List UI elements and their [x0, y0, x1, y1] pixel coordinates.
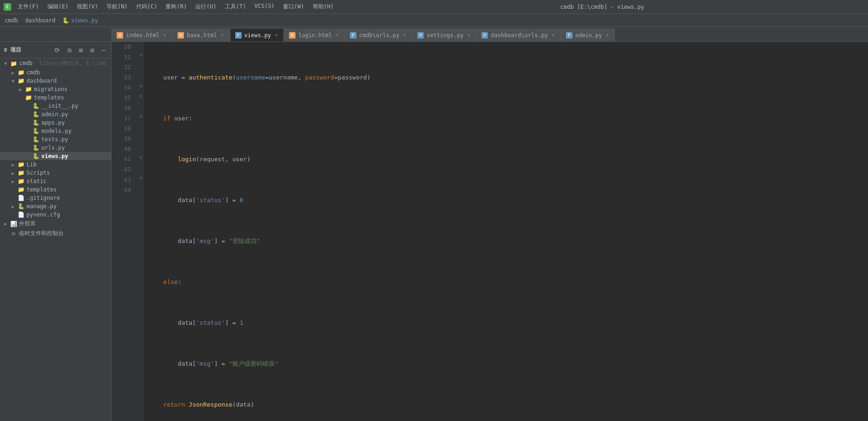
tab-close-cmdb-urls[interactable]: × — [402, 32, 408, 39]
tree-root-cmdb[interactable]: ▼ 📁 cmdb library根目录, E:\cmd — [0, 59, 111, 68]
menu-view[interactable]: 视图(V) — [73, 2, 102, 12]
code-area[interactable]: user = authenticate(username=username, p… — [144, 42, 868, 421]
tree-file-models[interactable]: 🐍 models.py — [0, 127, 111, 135]
fold-marker-35[interactable]: ⊖ — [139, 93, 143, 99]
menu-run[interactable]: 运行(U) — [191, 2, 220, 12]
tree-file-init[interactable]: 🐍 __init__.py — [0, 102, 111, 110]
fold-marker-37[interactable]: ⊖ — [139, 113, 143, 119]
breadcrumb-dashboard[interactable]: dashboard — [25, 17, 55, 24]
menu-navigate[interactable]: 导航(N) — [103, 2, 132, 12]
menu-help[interactable]: 帮助(H) — [309, 2, 338, 12]
code-line-31: if user: — [149, 113, 863, 124]
python-file-icon: 🐍 — [32, 128, 40, 134]
menu-refactor[interactable]: 重构(R) — [162, 2, 191, 12]
tree-file-urls-dash[interactable]: 🐍 urls.py — [0, 144, 111, 152]
folder-icon: 📁 — [17, 170, 25, 176]
tree-folder-templates-root[interactable]: 📁 templates — [0, 185, 111, 194]
folder-icon: 📁 — [17, 186, 25, 193]
code-container: 30 31 32 33 34 35 36 37 38 39 40 41 42 4… — [112, 42, 868, 421]
python-file-icon: 🐍 — [32, 153, 40, 159]
file-tree: ▼ 📁 cmdb library根目录, E:\cmd ▶ 📁 cmdb ▼ 📁… — [0, 59, 111, 238]
folder-icon: 📁 — [17, 161, 25, 168]
tab-close-index[interactable]: × — [162, 32, 167, 39]
breadcrumb-file[interactable]: views.py — [71, 17, 98, 24]
main-layout: ≡ 项目 ⟳ ⊟ ⊞ ⚙ − ▼ 📁 cmdb library根目录, E:\c… — [0, 42, 868, 421]
tab-admin-py[interactable]: P admin.py × — [561, 28, 615, 41]
tab-close-base[interactable]: × — [220, 32, 225, 39]
breadcrumb-cmdb[interactable]: cmdb — [5, 17, 18, 24]
arrow-icon: ▶ — [9, 171, 17, 176]
code-line-30: user = authenticate(username=username, p… — [149, 72, 863, 83]
menu-tools[interactable]: 工具(T) — [221, 2, 250, 12]
cfg-file-icon: 📄 — [17, 211, 25, 218]
menu-bar: 文件(F) 编辑(E) 视图(V) 导航(N) 代码(C) 重构(R) 运行(U… — [14, 2, 337, 12]
tree-file-pyvenv[interactable]: 📄 pyvenv.cfg — [0, 210, 111, 219]
python-file-icon: 🐍 — [32, 111, 40, 118]
fold-marker-43[interactable]: ⊖ — [139, 175, 143, 181]
app-logo: C — [4, 3, 11, 11]
temp-icon: ⊞ — [9, 230, 18, 237]
tree-folder-migrations[interactable]: ▶ 📁 migrations — [0, 85, 111, 93]
settings-button[interactable]: ⚙ — [88, 46, 96, 55]
tab-base-html[interactable]: H base.html × — [172, 28, 230, 41]
tree-folder-dashboard[interactable]: ▼ 📁 dashboard — [0, 77, 111, 85]
fold-marker-31[interactable]: ⊖ — [139, 52, 143, 58]
expand-all-button[interactable]: ⊞ — [77, 46, 85, 55]
tab-settings-py[interactable]: P settings.py × — [412, 28, 476, 41]
tree-external-libs[interactable]: ▶ 📊 外部库 — [0, 219, 111, 229]
code-line-34: data['msg'] = "登陆成功" — [149, 236, 863, 246]
tree-folder-cmdb[interactable]: ▶ 📁 cmdb — [0, 68, 111, 77]
tab-dashboard-urls[interactable]: P dashboard\urls.py × — [476, 28, 560, 41]
code-editor[interactable]: 30 31 32 33 34 35 36 37 38 39 40 41 42 4… — [112, 42, 868, 421]
code-line-37: data['msg'] = "账户或密码错误" — [149, 359, 863, 369]
tab-index-html[interactable]: H index.html × — [112, 28, 172, 41]
python-file-icon: 🐍 — [32, 136, 40, 143]
fold-marker-34[interactable]: ⊖ — [139, 83, 143, 89]
folder-icon: 📁 — [24, 86, 33, 92]
tab-icon-py3: P — [417, 32, 424, 39]
tab-views-py[interactable]: P views.py × — [230, 28, 284, 41]
sync-button[interactable]: ⟳ — [53, 46, 62, 55]
tab-close-login[interactable]: × — [335, 32, 340, 39]
folder-icon: 📁 — [17, 78, 25, 84]
arrow-icon — [17, 95, 24, 100]
line-numbers: 30 31 32 33 34 35 36 37 38 39 40 41 42 4… — [112, 42, 135, 421]
tab-bar: H index.html × H base.html × P views.py … — [0, 27, 868, 42]
tab-close-admin[interactable]: × — [605, 32, 610, 39]
tree-file-gitignore[interactable]: 📄 .gitignore — [0, 194, 111, 202]
tree-folder-static[interactable]: ▶ 📁 static — [0, 177, 111, 185]
tab-icon-py4: P — [481, 32, 488, 39]
tree-folder-lib[interactable]: ▶ 📁 Lib — [0, 160, 111, 169]
tree-file-manage[interactable]: ▶ 🐍 manage.py — [0, 202, 111, 210]
arrow-icon: ▶ — [9, 179, 17, 184]
tree-file-tests[interactable]: 🐍 tests.py — [0, 135, 111, 144]
sidebar: ≡ 项目 ⟳ ⊟ ⊞ ⚙ − ▼ 📁 cmdb library根目录, E:\c… — [0, 42, 112, 421]
fold-marker-41[interactable]: ⊖ — [139, 154, 143, 160]
menu-window[interactable]: 窗口(W) — [279, 2, 308, 12]
menu-vcs[interactable]: VCS(S) — [251, 2, 278, 12]
menu-edit[interactable]: 编辑(E) — [44, 2, 72, 12]
tab-close-settings[interactable]: × — [467, 32, 472, 39]
window-title: cmdb [E:\cmdb] - views.py — [340, 4, 864, 10]
menu-code[interactable]: 代码(C) — [132, 2, 161, 12]
arrow-icon — [9, 187, 17, 192]
sidebar-toolbar: ≡ 项目 ⟳ ⊟ ⊞ ⚙ − — [0, 42, 111, 59]
tree-folder-templates-dash[interactable]: 📁 templates — [0, 93, 111, 102]
tab-icon-html: H — [117, 32, 123, 39]
code-line-36: data['status'] = 1 — [149, 318, 863, 328]
tree-file-admin[interactable]: 🐍 admin.py — [0, 110, 111, 118]
tree-folder-scripts[interactable]: ▶ 📁 Scripts — [0, 169, 111, 177]
tab-login-html[interactable]: H login.html × — [284, 28, 345, 41]
tab-close-views[interactable]: × — [274, 32, 279, 39]
tab-cmdb-urls[interactable]: P cmdb\urls.py × — [345, 28, 412, 41]
collapse-all-button[interactable]: ⊟ — [66, 46, 73, 55]
menu-file[interactable]: 文件(F) — [14, 2, 43, 12]
code-line-32: login(request, user) — [149, 154, 863, 164]
arrow-icon: ▶ — [9, 162, 17, 167]
tree-file-views[interactable]: 🐍 views.py — [0, 152, 111, 160]
tree-temp-files[interactable]: ⊞ 临时文件和控制台 — [0, 229, 111, 238]
arrow-icon: ▶ — [2, 221, 9, 226]
minimize-button[interactable]: − — [100, 46, 107, 55]
tree-file-apps[interactable]: 🐍 apps.py — [0, 118, 111, 127]
tab-close-dashboard-urls[interactable]: × — [551, 32, 556, 39]
